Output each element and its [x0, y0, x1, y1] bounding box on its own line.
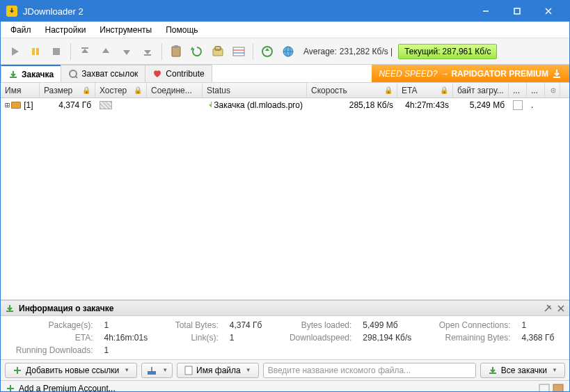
move-down-button[interactable]	[117, 42, 136, 61]
row-size: 4,374 Гб	[40, 100, 95, 110]
status-icon-1[interactable]	[539, 384, 550, 393]
col-name[interactable]: Имя	[1, 83, 40, 97]
col-loaded[interactable]: байт загру...	[453, 83, 509, 97]
plus-icon	[6, 384, 15, 393]
move-top-button[interactable]	[75, 42, 95, 61]
svg-rect-11	[233, 47, 244, 56]
info-panel-header: Информация о закачке	[1, 301, 569, 316]
status-icon-2[interactable]	[553, 384, 564, 393]
promo-rapid: RAPIDGATOR PREMIUM	[451, 69, 548, 79]
clipboard-monitor-button[interactable]	[166, 42, 186, 61]
tab-label: Contribute	[166, 69, 204, 79]
svg-rect-26	[148, 371, 156, 375]
links-label: Link(s):	[167, 333, 219, 343]
play-button[interactable]	[5, 42, 24, 61]
dlspeed-label: Downloadspeed:	[281, 333, 351, 343]
premium-toggle-button[interactable]	[208, 42, 228, 61]
update-button[interactable]	[258, 42, 277, 61]
svg-rect-28	[185, 366, 192, 375]
chevron-down-icon: ▼	[124, 367, 129, 373]
expand-icon[interactable]: ⊞	[5, 100, 10, 110]
remain-value: 4,368 Гб	[522, 333, 562, 343]
promo-download-icon	[551, 68, 562, 79]
broom-icon	[146, 366, 157, 375]
tab-linkgrabber[interactable]: Захват ссылок	[61, 65, 145, 82]
tab-downloads[interactable]: Закачка	[1, 65, 61, 82]
menu-help[interactable]: Помощь	[159, 24, 205, 36]
loaded-value: 5,499 Мб	[363, 320, 420, 330]
running-label: Running Downloads:	[8, 345, 93, 355]
menu-tools[interactable]: Инструменты	[93, 24, 159, 36]
pause-button[interactable]	[26, 42, 45, 61]
gear-icon	[549, 86, 555, 95]
hoster-icon	[100, 101, 112, 109]
promo-arrow: →	[440, 69, 448, 79]
svg-rect-4	[32, 48, 35, 55]
document-icon	[184, 366, 193, 375]
search-placeholder: Введите название искомого файла...	[268, 366, 411, 375]
col-hoster[interactable]: Хостер🔒	[95, 83, 147, 97]
view-filter-label: Все закачки	[501, 366, 547, 375]
svg-rect-7	[172, 47, 180, 56]
speed-average: Average: 231,282 Кб/s |	[303, 47, 393, 56]
row-name: [1]	[24, 100, 33, 110]
minimize-button[interactable]	[470, 1, 501, 22]
total-label: Total Bytes:	[167, 320, 219, 330]
menubar: Файл Настройки Инструменты Помощь	[1, 22, 569, 38]
add-premium-link[interactable]: Add a Premium Account...	[19, 384, 116, 393]
promo-banner[interactable]: NEED SPEED? → RAPIDGATOR PREMIUM	[372, 65, 569, 82]
maximize-button[interactable]	[501, 1, 532, 22]
globe-button[interactable]	[278, 42, 298, 61]
col-dots[interactable]: ...	[527, 83, 545, 97]
add-links-button[interactable]: Добавить новые ссылки ▼	[5, 363, 137, 378]
col-conn[interactable]: Соедине...	[147, 83, 203, 97]
move-bottom-button[interactable]	[138, 42, 157, 61]
remain-label: Remaining Bytes:	[431, 333, 510, 343]
filename-label: Имя файла	[196, 366, 241, 375]
svg-rect-31	[539, 384, 549, 393]
package-icon	[11, 102, 21, 109]
add-links-label: Добавить новые ссылки	[26, 366, 119, 375]
chevron-down-icon: ▼	[162, 367, 168, 373]
svg-rect-32	[553, 384, 563, 393]
progress-icon	[513, 100, 523, 110]
col-settings[interactable]	[545, 83, 560, 97]
col-status[interactable]: Status	[203, 83, 307, 97]
titlebar: JDownloader 2	[1, 1, 569, 22]
col-eta[interactable]: ETA🔒	[397, 83, 453, 97]
chevron-down-icon: ▼	[246, 367, 251, 373]
row-loaded: 5,249 Мб	[453, 100, 509, 110]
lock-icon: 🔒	[134, 86, 142, 94]
clear-finished-button[interactable]: ▼	[141, 363, 173, 378]
search-input[interactable]: Введите название искомого файла...	[263, 363, 476, 378]
promo-need: NEED SPEED?	[379, 69, 437, 79]
downloads-table[interactable]: ⊞[1] 4,374 Гб Закачка (dl.mloads.pro) 28…	[1, 98, 569, 300]
col-speed[interactable]: Скорость🔒	[307, 83, 397, 97]
close-button[interactable]	[532, 1, 564, 22]
menu-file[interactable]: Файл	[3, 24, 38, 36]
packages-value: 1	[104, 320, 155, 330]
menu-settings[interactable]: Настройки	[38, 24, 93, 36]
filename-filter-button[interactable]: Имя файла ▼	[177, 363, 259, 378]
view-filter-button[interactable]: Все закачки ▼	[480, 363, 565, 378]
stop-button[interactable]	[47, 42, 66, 61]
col-size[interactable]: Размер🔒	[40, 83, 95, 97]
move-up-button[interactable]	[96, 42, 116, 61]
download-icon	[8, 70, 18, 79]
window-title: JDownloader 2	[23, 6, 470, 17]
current-label: Текущий:	[404, 47, 440, 56]
table-row[interactable]: ⊞[1] 4,374 Гб Закачка (dl.mloads.pro) 28…	[1, 98, 569, 112]
info-panel: Информация о закачке Package(s):1 Total …	[1, 300, 569, 359]
col-blank[interactable]: ...	[509, 83, 527, 97]
speed-current: Текущий: 287,961 Кб/с	[398, 44, 497, 59]
close-panel-icon[interactable]	[557, 304, 565, 313]
reconnect-button[interactable]	[187, 42, 207, 61]
settings-icon[interactable]	[543, 304, 553, 313]
row-speed: 285,18 Кб/s	[307, 100, 397, 110]
tab-label: Закачка	[22, 70, 54, 79]
tabs-row: Закачка Захват ссылок Contribute NEED SP…	[1, 65, 569, 83]
chunks-button[interactable]	[229, 42, 248, 61]
tab-contribute[interactable]: Contribute	[145, 65, 212, 82]
row-running: .	[527, 100, 545, 110]
avg-value: 231,282 Кб/s |	[340, 47, 393, 56]
